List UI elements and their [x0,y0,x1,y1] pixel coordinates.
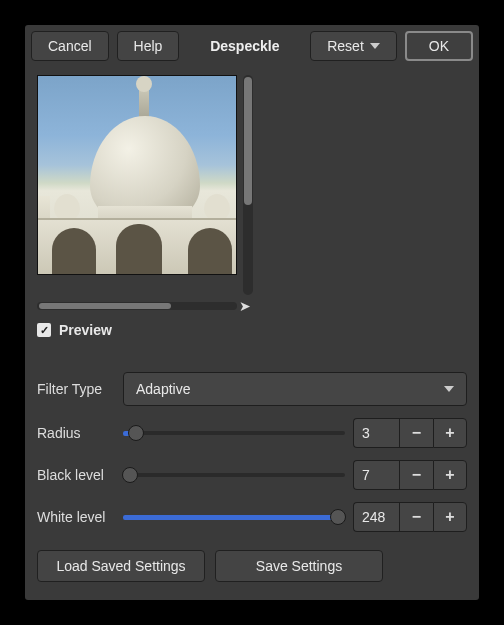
preview-area [37,75,259,295]
radius-decrement[interactable]: − [399,418,433,448]
black-level-decrement[interactable]: − [399,460,433,490]
black-level-spin: − + [353,460,467,490]
despeckle-dialog: Cancel Help Despeckle Reset OK [25,25,479,600]
preview-image[interactable] [37,75,237,275]
black-level-slider[interactable] [123,460,345,490]
radius-input[interactable] [353,418,399,448]
scrollbar-thumb[interactable] [39,303,171,309]
preview-label: Preview [59,322,112,338]
cancel-button[interactable]: Cancel [31,31,109,61]
white-level-label: White level [37,509,115,525]
black-level-increment[interactable]: + [433,460,467,490]
ok-button[interactable]: OK [405,31,473,61]
preview-vertical-scrollbar[interactable] [243,75,253,295]
dialog-body: ➤ ✓ Preview Filter Type Adaptive Radius [25,67,479,600]
white-level-input[interactable] [353,502,399,532]
filter-type-label: Filter Type [37,381,115,397]
chevron-down-icon [444,386,454,392]
checkbox-icon: ✓ [37,323,51,337]
white-level-spin: − + [353,502,467,532]
reset-label: Reset [327,38,364,54]
help-button[interactable]: Help [117,31,180,61]
footer: Load Saved Settings Save Settings [37,550,467,582]
white-level-slider[interactable] [123,502,345,532]
filter-type-row: Filter Type Adaptive [37,372,467,406]
radius-label: Radius [37,425,115,441]
preview-toggle[interactable]: ✓ Preview [37,322,467,338]
filter-type-select[interactable]: Adaptive [123,372,467,406]
radius-spin: − + [353,418,467,448]
preview-horizontal-scroll-row: ➤ [37,298,259,314]
scrollbar-thumb[interactable] [244,77,252,205]
reset-button[interactable]: Reset [310,31,397,61]
load-saved-settings-button[interactable]: Load Saved Settings [37,550,205,582]
radius-increment[interactable]: + [433,418,467,448]
white-level-row: White level − + [37,502,467,532]
black-level-row: Black level − + [37,460,467,490]
radius-slider[interactable] [123,418,345,448]
black-level-label: Black level [37,467,115,483]
black-level-input[interactable] [353,460,399,490]
controls: Filter Type Adaptive Radius − + [37,372,467,532]
dialog-title: Despeckle [206,38,283,54]
dialog-header: Cancel Help Despeckle Reset OK [25,25,479,67]
save-settings-button[interactable]: Save Settings [215,550,383,582]
white-level-decrement[interactable]: − [399,502,433,532]
radius-row: Radius − + [37,418,467,448]
preview-horizontal-scrollbar[interactable] [37,302,237,310]
chevron-down-icon [370,43,380,49]
white-level-increment[interactable]: + [433,502,467,532]
preview-navigation-icon[interactable]: ➤ [237,298,253,314]
filter-type-value: Adaptive [136,381,190,397]
